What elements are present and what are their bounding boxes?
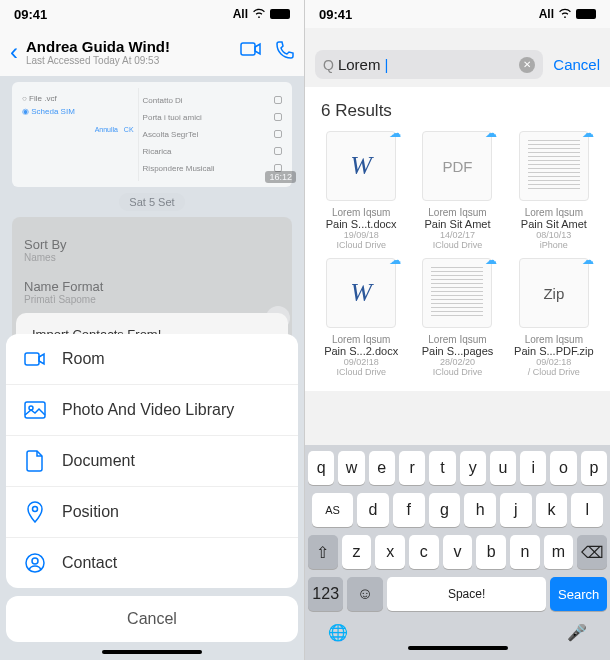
contact-icon [24,552,46,574]
file-item[interactable]: Zip☁ Lorem Iqsum Pain S...PDF.zip 09/02:… [508,258,600,377]
key-y[interactable]: y [460,451,486,485]
key-x[interactable]: x [375,535,405,569]
key-f[interactable]: f [393,493,425,527]
key-backspace[interactable]: ⌫ [577,535,607,569]
key-w[interactable]: w [338,451,364,485]
status-bar: 09:41 All [0,0,304,28]
key-i[interactable]: i [520,451,546,485]
status-time: 09:41 [14,7,47,22]
date-pill: Sat 5 Set [119,193,184,211]
file-item[interactable]: PDF☁ Lorem Iqsum Pain Sit Amet 14/02/17 … [411,131,503,250]
battery-icon [576,9,596,19]
file-item[interactable]: W☁ Lorem Iqsum Pain S...2.docx 09/02!18 … [315,258,407,377]
action-document[interactable]: Document [6,436,298,487]
key-AS[interactable]: AS [312,493,353,527]
file-thumbnail: W☁ [326,131,396,201]
action-sheet: Room Photo And Video Library Document Po… [0,334,304,660]
svg-point-6 [32,558,38,564]
key-k[interactable]: k [536,493,568,527]
file-label-1: Lorem Iqsum [411,207,503,218]
home-indicator[interactable] [102,650,202,654]
key-p[interactable]: p [581,451,607,485]
key-e[interactable]: e [369,451,395,485]
back-icon[interactable]: ‹ [10,38,18,66]
key-v[interactable]: v [443,535,473,569]
key-z[interactable]: z [342,535,372,569]
photo-icon [24,399,46,421]
search-input[interactable]: Q Lorem | ✕ [315,50,543,79]
key-q[interactable]: q [308,451,334,485]
file-label-2: Pain S...2.docx [315,345,407,357]
file-label-2: Pain S...t.docx [315,218,407,230]
file-date: 08/10/13 [508,230,600,240]
key-l[interactable]: l [571,493,603,527]
key-c[interactable]: c [409,535,439,569]
file-thumbnail: ☁ [519,131,589,201]
room-icon [24,348,46,370]
key-o[interactable]: o [550,451,576,485]
file-location: ICloud Drive [411,367,503,377]
file-label-1: Lorem Iqsum [411,334,503,345]
key-d[interactable]: d [357,493,389,527]
key-j[interactable]: j [500,493,532,527]
action-photo-library[interactable]: Photo And Video Library [6,385,298,436]
file-date: 19/09/18 [315,230,407,240]
chat-subtitle: Last Accessed Today At 09:53 [26,55,240,66]
key-n[interactable]: n [510,535,540,569]
action-label: Document [62,452,135,470]
key-g[interactable]: g [429,493,461,527]
search-cancel-button[interactable]: Cancel [553,56,600,73]
key-h[interactable]: h [464,493,496,527]
left-screen: 09:41 All ‹ Andrea Guida Wind! Last Acce… [0,0,305,660]
key-numbers[interactable]: 123 [308,577,343,611]
key-m[interactable]: m [544,535,574,569]
key-emoji[interactable]: ☺ [347,577,382,611]
key-u[interactable]: u [490,451,516,485]
home-indicator[interactable] [408,646,508,650]
action-contact[interactable]: Contact [6,538,298,588]
cloud-icon: ☁ [485,126,497,140]
file-label-2: Pain Sit Amet [411,218,503,230]
file-label-2: Pain S...pages [411,345,503,357]
cancel-button[interactable]: Cancel [6,596,298,642]
file-location: iPhone [508,240,600,250]
file-date: 28/02/20 [411,357,503,367]
action-position[interactable]: Position [6,487,298,538]
chat-title-area[interactable]: Andrea Guida Wind! Last Accessed Today A… [26,38,240,66]
search-bar: Q Lorem | ✕ Cancel [305,42,610,87]
key-search[interactable]: Search [550,577,607,611]
action-label: Room [62,350,105,368]
video-call-icon[interactable] [240,41,262,63]
key-space[interactable]: Space! [387,577,546,611]
clear-icon[interactable]: ✕ [519,57,535,73]
file-label-2: Pain S...PDF.zip [508,345,600,357]
file-date: 09/02:18 [508,357,600,367]
key-r[interactable]: r [399,451,425,485]
key-t[interactable]: t [429,451,455,485]
file-thumbnail: PDF☁ [422,131,492,201]
mic-icon[interactable]: 🎤 [567,623,587,642]
cloud-icon: ☁ [389,126,401,140]
file-label-1: Lorem Iqsum [315,334,407,345]
action-room[interactable]: Room [6,334,298,385]
svg-rect-2 [25,402,45,418]
key-shift[interactable]: ⇧ [308,535,338,569]
key-b[interactable]: b [476,535,506,569]
keyboard: qwertyuiop ASdfghjkl ⇧zxcvbnm⌫ 123 ☺ Spa… [305,445,610,660]
file-item[interactable]: ☁ Lorem Iqsum Pain Sit Amet 08/10/13 iPh… [508,131,600,250]
svg-rect-1 [25,353,39,365]
file-item[interactable]: W☁ Lorem Iqsum Pain S...t.docx 19/09/18 … [315,131,407,250]
file-thumbnail: ☁ [422,258,492,328]
file-location: ICloud Drive [315,240,407,250]
cloud-icon: ☁ [389,253,401,267]
timestamp: 16:12 [265,171,296,183]
chat-header: ‹ Andrea Guida Wind! Last Accessed Today… [0,28,304,76]
file-thumbnail: W☁ [326,258,396,328]
cloud-icon: ☁ [582,126,594,140]
results-header: 6 Results [305,87,610,131]
globe-icon[interactable]: 🌐 [328,623,348,642]
action-label: Photo And Video Library [62,401,234,419]
file-item[interactable]: ☁ Lorem Iqsum Pain S...pages 28/02/20 IC… [411,258,503,377]
location-icon [24,501,46,523]
phone-call-icon[interactable] [276,41,294,63]
